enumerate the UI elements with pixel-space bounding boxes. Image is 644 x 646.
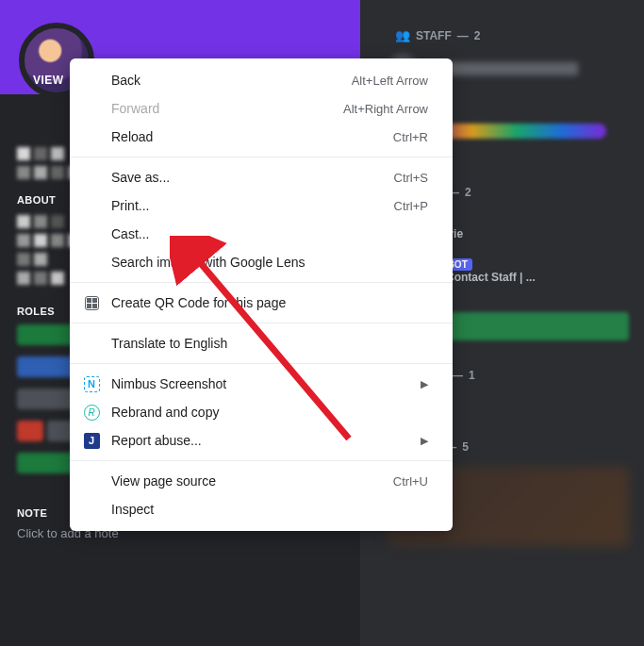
ctx-google-lens[interactable]: Search images with Google Lens xyxy=(70,248,453,276)
chevron-right-icon: ▶ xyxy=(421,378,428,390)
group-label: STAFF xyxy=(416,29,452,42)
ctx-separator xyxy=(70,363,453,364)
report-icon: J xyxy=(83,432,100,449)
ctx-separator xyxy=(70,323,453,323)
ctx-separator xyxy=(70,157,453,157)
ctx-label: Rebrand and copy xyxy=(111,405,219,420)
member-group-header: 👥 STAFF — 2 xyxy=(372,23,644,48)
ctx-label: Back xyxy=(111,73,140,88)
context-menu: Back Alt+Left Arrow Forward Alt+Right Ar… xyxy=(70,58,453,531)
ctx-cast[interactable]: Cast... xyxy=(70,220,453,248)
ctx-print[interactable]: Print... Ctrl+P xyxy=(70,191,453,220)
ctx-label: Report abuse... xyxy=(111,433,202,448)
ctx-label: Print... xyxy=(111,198,149,213)
group-count: 5 xyxy=(462,440,469,454)
ctx-label: Nimbus Screenshot xyxy=(111,376,226,391)
ctx-rebrand-copy[interactable]: R Rebrand and copy xyxy=(70,398,453,426)
ctx-report-abuse[interactable]: J Report abuse... ▶ xyxy=(70,426,453,455)
ctx-save-as[interactable]: Save as... Ctrl+S xyxy=(70,163,453,191)
chevron-right-icon: ▶ xyxy=(421,435,428,447)
ctx-label: Translate to English xyxy=(111,336,227,351)
role-chip[interactable] xyxy=(17,421,43,441)
group-count: 2 xyxy=(465,186,471,199)
role-chip[interactable] xyxy=(17,356,75,377)
ctx-label: Inspect xyxy=(111,502,154,517)
ctx-shortcut: Ctrl+U xyxy=(393,474,428,489)
ctx-label: Search images with Google Lens xyxy=(111,255,305,270)
ctx-back[interactable]: Back Alt+Left Arrow xyxy=(70,66,453,94)
ctx-separator xyxy=(70,460,453,461)
ctx-translate[interactable]: Translate to English xyxy=(70,329,453,357)
people-icon: 👥 xyxy=(395,28,410,42)
ctx-shortcut: Alt+Right Arrow xyxy=(343,102,428,116)
view-profile-label[interactable]: VIEW xyxy=(33,74,64,87)
ctx-separator xyxy=(70,282,453,283)
ctx-label: View page source xyxy=(111,473,216,489)
qr-icon xyxy=(83,294,100,311)
ctx-reload[interactable]: Reload Ctrl+R xyxy=(70,123,453,151)
ctx-label: Cast... xyxy=(111,226,149,241)
ctx-view-source[interactable]: View page source Ctrl+U xyxy=(70,467,453,495)
ctx-label: Save as... xyxy=(111,170,170,185)
ctx-nimbus-screenshot[interactable]: N Nimbus Screenshot ▶ xyxy=(70,370,453,398)
ctx-label: Reload xyxy=(111,129,153,144)
ctx-shortcut: Ctrl+S xyxy=(394,171,428,185)
member-name-redacted xyxy=(427,124,606,139)
group-count: 2 xyxy=(474,29,481,42)
ctx-shortcut: Ctrl+R xyxy=(393,130,428,144)
ctx-qr-code[interactable]: Create QR Code for this page xyxy=(70,289,453,317)
ctx-forward: Forward Alt+Right Arrow xyxy=(70,94,453,123)
ctx-label: Create QR Code for this page xyxy=(111,295,286,310)
group-count: 1 xyxy=(469,369,475,382)
ctx-label: Forward xyxy=(111,101,159,116)
rebrand-icon: R xyxy=(83,404,100,421)
ctx-shortcut: Ctrl+P xyxy=(394,199,428,213)
nimbus-icon: N xyxy=(83,375,100,392)
ctx-shortcut: Alt+Left Arrow xyxy=(352,74,428,88)
ctx-inspect[interactable]: Inspect xyxy=(70,495,453,523)
